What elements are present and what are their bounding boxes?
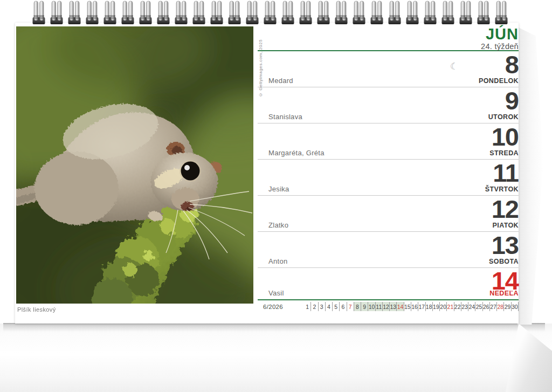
weekday-label: ŠTVRTOK (485, 185, 519, 193)
animal-photo (16, 26, 253, 304)
dormouse-illustration (16, 26, 253, 304)
nameday-label: Anton (268, 257, 287, 265)
page-bottom-shadow (3, 323, 545, 332)
nameday-label: Zlatko (268, 221, 288, 229)
mini-day-30: 30 (512, 302, 519, 311)
mini-day-14: 14 (397, 302, 404, 311)
mini-day-7: 7 (347, 302, 354, 311)
mini-day-16: 16 (411, 302, 418, 311)
nameday-label: Jesika (268, 185, 289, 193)
mini-day-19: 19 (433, 302, 440, 311)
mini-day-11: 11 (376, 302, 383, 311)
calendar-page: Plšík lieskový © Gettyimages.com, 2025 J… (15, 23, 519, 324)
mini-day-1: 1 (304, 302, 311, 311)
mini-day-cells: 1234567891011121314151617181920212223242… (304, 302, 519, 311)
mini-day-8: 8 (354, 302, 361, 311)
month-title: JÚN (486, 25, 519, 43)
mini-day-2: 2 (311, 302, 318, 311)
mini-day-28: 28 (497, 302, 504, 311)
desk-calendar-scene: Plšík lieskový © Gettyimages.com, 2025 J… (0, 0, 552, 392)
spiral-binding (30, 1, 510, 25)
month-header: JÚN 24. týždeň (258, 23, 519, 51)
day-row-10: 10STREDAMargaréta, Gréta (258, 123, 519, 160)
mini-day-6: 6 (340, 302, 347, 311)
day-row-12: 12PIATOKZlatko (258, 196, 519, 232)
weekday-label: PIATOK (493, 222, 519, 229)
date-number: 8 (505, 52, 519, 77)
date-number: 11 (493, 160, 519, 185)
mini-day-12: 12 (383, 302, 390, 311)
mini-day-4: 4 (326, 302, 333, 311)
date-number: 10 (492, 124, 519, 149)
week-panel: JÚN 24. týždeň ☾8PONDELOKMedard9UTOROKSt… (258, 23, 519, 324)
day-row-9: 9UTOROKStanislava (258, 87, 519, 123)
day-row-11: 11ŠTVRTOKJesika (258, 160, 519, 196)
mini-day-3: 3 (319, 302, 326, 311)
mini-day-23: 23 (461, 302, 468, 311)
mini-day-26: 26 (483, 302, 490, 311)
photo-caption: Plšík lieskový (17, 306, 56, 313)
page-side-edge (518, 27, 543, 325)
mini-day-18: 18 (426, 302, 433, 311)
mini-day-5: 5 (333, 302, 340, 311)
mini-day-29: 29 (504, 302, 511, 311)
date-number: 13 (492, 232, 519, 258)
mini-day-9: 9 (361, 302, 368, 311)
calendar-stand-base (0, 324, 552, 392)
mini-day-27: 27 (490, 302, 497, 311)
nameday-label: Margaréta, Gréta (268, 149, 325, 157)
day-rows: ☾8PONDELOKMedard9UTOROKStanislava10STRED… (258, 51, 519, 300)
mini-day-22: 22 (454, 302, 461, 311)
day-row-14: 14NEDEĽAVasil (258, 268, 519, 300)
mini-month-strip: 6/2026 123456789101112131415161718192021… (258, 300, 519, 313)
day-row-13: 13SOBOTAAnton (258, 232, 519, 268)
mini-day-21: 21 (447, 302, 454, 311)
weekday-label: SOBOTA (489, 258, 519, 265)
nameday-label: Vasil (268, 289, 284, 297)
nameday-label: Stanislava (268, 113, 302, 121)
mini-day-10: 10 (368, 302, 375, 311)
date-number: 9 (505, 88, 519, 113)
nameday-label: Medard (268, 77, 293, 85)
weekday-label: STREDA (489, 149, 519, 157)
weekday-label: UTOROK (488, 113, 519, 121)
mini-day-20: 20 (440, 302, 447, 311)
weekday-label: NEDEĽA (489, 290, 519, 297)
day-row-8: ☾8PONDELOKMedard (258, 51, 519, 87)
week-number-label: 24. týždeň (481, 42, 519, 51)
weekday-label: PONDELOK (479, 77, 519, 85)
mini-day-13: 13 (390, 302, 397, 311)
mini-day-24: 24 (468, 302, 475, 311)
mini-month-label: 6/2026 (258, 304, 304, 310)
moon-phase-icon: ☾ (450, 61, 458, 72)
date-number: 12 (492, 196, 519, 222)
mini-day-25: 25 (475, 302, 482, 311)
mini-day-15: 15 (404, 302, 411, 311)
mini-day-17: 17 (418, 302, 425, 311)
